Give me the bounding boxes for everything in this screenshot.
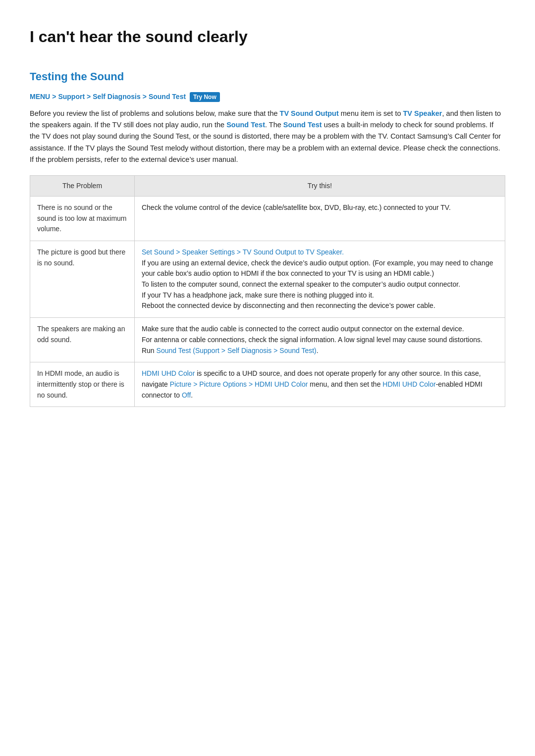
page-title: I can't hear the sound clearly bbox=[30, 25, 505, 49]
highlight-sound-test-1[interactable]: Sound Test bbox=[226, 121, 265, 129]
section-title: Testing the Sound bbox=[30, 68, 505, 85]
breadcrumb: MENU > Support > Self Diagnosis > Sound … bbox=[30, 92, 505, 102]
table-row: There is no sound or the sound is too lo… bbox=[30, 196, 505, 241]
link-off[interactable]: Off bbox=[182, 391, 191, 399]
breadcrumb-menu[interactable]: MENU bbox=[30, 92, 50, 102]
breadcrumb-sep-1: > bbox=[52, 92, 56, 102]
solution-cell-2: Set Sound > Speaker Settings > TV Sound … bbox=[134, 241, 505, 318]
link-speaker-settings[interactable]: Set Sound > Speaker Settings > TV Sound … bbox=[142, 248, 344, 256]
table-row: The picture is good but there is no soun… bbox=[30, 241, 505, 318]
solution-cell-1: Check the volume control of the device (… bbox=[134, 196, 505, 241]
table-header-solution: Try this! bbox=[134, 175, 505, 196]
link-sound-test-inline[interactable]: Sound Test (Support > Self Diagnosis > S… bbox=[157, 347, 317, 354]
link-picture-options[interactable]: Picture > Picture Options > HDMI UHD Col… bbox=[170, 380, 308, 388]
problem-cell-3: The speakers are making an odd sound. bbox=[30, 318, 135, 362]
try-now-badge[interactable]: Try Now bbox=[190, 92, 220, 102]
troubleshoot-table: The Problem Try this! There is no sound … bbox=[30, 175, 505, 407]
table-header-problem: The Problem bbox=[30, 175, 135, 196]
problem-cell-2: The picture is good but there is no soun… bbox=[30, 241, 135, 318]
table-row: In HDMI mode, an audio is intermittently… bbox=[30, 362, 505, 407]
highlight-tv-speaker: TV Speaker bbox=[403, 109, 442, 117]
solution-cell-4: HDMI UHD Color is specific to a UHD sour… bbox=[134, 362, 505, 407]
problem-cell-1: There is no sound or the sound is too lo… bbox=[30, 196, 135, 241]
solution-cell-3: Make sure that the audio cable is connec… bbox=[134, 318, 505, 362]
breadcrumb-sound-test[interactable]: Sound Test bbox=[149, 92, 186, 102]
breadcrumb-sep-2: > bbox=[87, 92, 91, 102]
breadcrumb-sep-3: > bbox=[143, 92, 147, 102]
breadcrumb-self-diagnosis[interactable]: Self Diagnosis bbox=[93, 92, 140, 102]
link-hdmi-uhd-color-1[interactable]: HDMI UHD Color bbox=[142, 369, 195, 377]
link-hdmi-uhd-color-2[interactable]: HDMI UHD Color bbox=[382, 380, 435, 388]
table-row: The speakers are making an odd sound. Ma… bbox=[30, 318, 505, 362]
intro-paragraph: Before you review the list of problems a… bbox=[30, 108, 505, 165]
highlight-tv-sound-output: TV Sound Output bbox=[280, 109, 339, 117]
breadcrumb-support[interactable]: Support bbox=[58, 92, 85, 102]
problem-cell-4: In HDMI mode, an audio is intermittently… bbox=[30, 362, 135, 407]
highlight-sound-test-2[interactable]: Sound Test bbox=[283, 121, 322, 129]
